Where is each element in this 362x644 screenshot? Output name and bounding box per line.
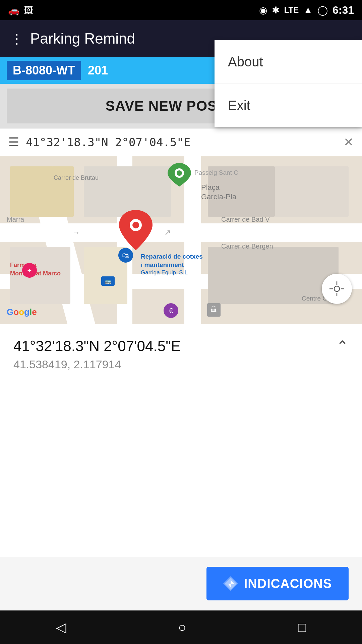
lte-icon: LTE [284, 5, 299, 15]
menu-item-exit[interactable]: Exit [215, 84, 362, 127]
android-nav-bar: ◁ ○ □ [0, 610, 362, 644]
svg-rect-12 [275, 166, 349, 217]
indicacions-label: INDICACIONS [244, 577, 332, 591]
plate-badge: B-8080-WT [7, 61, 81, 80]
svg-text:↗: ↗ [164, 228, 171, 237]
svg-text:🚌: 🚌 [105, 278, 111, 284]
svg-text:Plaça: Plaça [201, 183, 220, 192]
svg-text:Carrer de Brutau: Carrer de Brutau [54, 174, 99, 181]
svg-point-46 [334, 286, 340, 291]
svg-text:Reparació de cotxes: Reparació de cotxes [141, 253, 203, 260]
menu-item-about[interactable]: About [215, 40, 362, 84]
gps-icon [329, 281, 345, 297]
svg-text:€: € [169, 307, 173, 315]
coord-search-bar: ☰ 41°32'18.3"N 2°07'04.5"E ✕ [0, 128, 362, 156]
recent-button[interactable]: □ [298, 620, 306, 635]
svg-text:García-Pla: García-Pla [201, 193, 237, 201]
gps-button[interactable] [322, 274, 352, 304]
chevron-up-icon[interactable]: ⌃ [336, 337, 349, 355]
svg-text:→: → [72, 228, 80, 237]
svg-point-35 [177, 170, 182, 176]
battery-icon: ◯ [317, 5, 328, 16]
svg-text:Garriga Equip, S.L: Garriga Equip, S.L [141, 269, 188, 276]
content-spacer [0, 381, 362, 557]
menu-icon[interactable]: ⋮ [10, 31, 23, 46]
signal-icon: ▲ [303, 5, 313, 15]
indicacions-button[interactable]: INDICACIONS [206, 567, 349, 600]
coord-search-text: 41°32'18.3"N 2°07'04.5"E [26, 136, 337, 149]
svg-text:Carrer de Bergen: Carrer de Bergen [221, 243, 273, 250]
location-coord-main: 41°32'18.3"N 2°07'04.5"E ⌃ [13, 337, 349, 355]
location-info: 41°32'18.3"N 2°07'04.5"E ⌃ 41.538419, 2.… [0, 324, 362, 381]
nav-button-container: INDICACIONS [0, 557, 362, 610]
directions-icon [223, 576, 238, 591]
svg-text:Marra: Marra [7, 216, 24, 223]
home-button[interactable]: ○ [178, 620, 186, 635]
car-icon: 🚗 [8, 5, 20, 16]
back-button[interactable]: ◁ [56, 620, 66, 635]
svg-rect-13 [10, 166, 74, 217]
svg-rect-7 [84, 166, 171, 217]
app-header: ⋮ Parking Remind About Exit [0, 20, 362, 57]
hamburger-icon[interactable]: ☰ [8, 135, 19, 149]
map-svg: Plaça García-Pla Carrer de Bad V Carrer … [0, 156, 362, 324]
svg-point-32 [132, 222, 139, 228]
location-coord-decimal: 41.538419, 2.117914 [13, 358, 349, 371]
map-area[interactable]: Plaça García-Pla Carrer de Bad V Carrer … [0, 156, 362, 324]
svg-rect-2 [0, 223, 362, 242]
svg-text:+: + [27, 266, 32, 275]
svg-text:i manteniment: i manteniment [141, 261, 184, 268]
svg-text:🏛: 🏛 [210, 306, 217, 313]
year-text: 201 [88, 63, 108, 77]
dropdown-menu: About Exit [215, 40, 362, 127]
svg-text:🛍: 🛍 [122, 251, 129, 260]
google-logo: Google [7, 307, 37, 317]
clear-icon[interactable]: ✕ [344, 135, 354, 149]
svg-text:Carrer de Bad V: Carrer de Bad V [221, 216, 270, 223]
app-title: Parking Remind [30, 30, 135, 47]
status-time: 6:31 [333, 4, 354, 16]
svg-text:Passeig Sant C: Passeig Sant C [194, 169, 238, 176]
location-icon: ◉ [259, 5, 267, 16]
image-icon: 🖼 [24, 5, 33, 16]
status-bar: 🚗 🖼 ◉ ✱ LTE ▲ ◯ 6:31 [0, 0, 362, 20]
coordinates-dms: 41°32'18.3"N 2°07'04.5"E [13, 338, 181, 355]
svg-rect-4 [184, 156, 201, 324]
bluetooth-icon: ✱ [272, 5, 280, 16]
